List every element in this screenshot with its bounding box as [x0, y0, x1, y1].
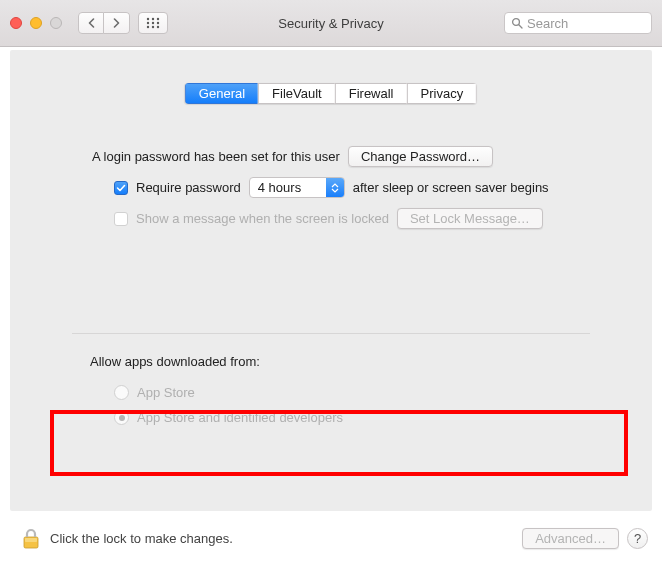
- back-button[interactable]: [78, 12, 104, 34]
- titlebar: Security & Privacy: [0, 0, 662, 47]
- window-controls: [10, 17, 62, 29]
- tab-filevault[interactable]: FileVault: [258, 83, 335, 104]
- require-password-delay-select[interactable]: 4 hours: [249, 177, 345, 198]
- tab-privacy[interactable]: Privacy: [407, 83, 478, 104]
- zoom-window-button: [50, 17, 62, 29]
- nav-back-forward: [78, 12, 130, 34]
- chevron-right-icon: [112, 18, 121, 28]
- show-lock-message-label: Show a message when the screen is locked: [136, 211, 389, 226]
- allow-apps-option-appstore: App Store: [114, 385, 590, 400]
- require-password-checkbox[interactable]: [114, 181, 128, 195]
- tabs: General FileVault Firewall Privacy: [185, 83, 477, 104]
- divider: [72, 333, 590, 334]
- login-password-text: A login password has been set for this u…: [92, 149, 340, 164]
- radio-appstore: [114, 385, 129, 400]
- check-icon: [116, 183, 126, 193]
- svg-point-7: [152, 26, 154, 28]
- minimize-window-button[interactable]: [30, 17, 42, 29]
- footer: Click the lock to make changes. Advanced…: [0, 511, 662, 566]
- lock-text: Click the lock to make changes.: [50, 531, 233, 546]
- tab-firewall[interactable]: Firewall: [335, 83, 407, 104]
- set-lock-message-button: Set Lock Message…: [397, 208, 543, 229]
- svg-point-4: [152, 22, 154, 24]
- forward-button[interactable]: [104, 12, 130, 34]
- highlight-box: [50, 410, 628, 476]
- svg-rect-12: [25, 538, 37, 542]
- window: Security & Privacy General FileVault Fir…: [0, 0, 662, 568]
- svg-point-8: [157, 26, 159, 28]
- select-stepper-icon: [326, 178, 344, 197]
- close-window-button[interactable]: [10, 17, 22, 29]
- search-field[interactable]: [504, 12, 652, 34]
- allow-apps-option-appstore-label: App Store: [137, 385, 195, 400]
- allow-apps-heading: Allow apps downloaded from:: [90, 354, 590, 369]
- svg-point-2: [157, 18, 159, 20]
- require-password-post: after sleep or screen saver begins: [353, 180, 549, 195]
- svg-point-1: [152, 18, 154, 20]
- svg-point-3: [147, 22, 149, 24]
- search-icon: [511, 17, 523, 29]
- require-password-pre: Require password: [136, 180, 241, 195]
- show-all-button[interactable]: [138, 12, 168, 34]
- show-lock-message-checkbox: [114, 212, 128, 226]
- help-button[interactable]: ?: [627, 528, 648, 549]
- svg-point-6: [147, 26, 149, 28]
- chevron-left-icon: [87, 18, 96, 28]
- svg-point-0: [147, 18, 149, 20]
- svg-line-10: [519, 25, 522, 28]
- require-password-delay-value: 4 hours: [258, 180, 318, 195]
- search-input[interactable]: [527, 16, 645, 31]
- general-panel: A login password has been set for this u…: [10, 86, 652, 425]
- content-panel: General FileVault Firewall Privacy A log…: [10, 50, 652, 511]
- tab-general[interactable]: General: [185, 83, 258, 104]
- lock-icon[interactable]: [22, 528, 40, 550]
- change-password-button[interactable]: Change Password…: [348, 146, 493, 167]
- grid-icon: [146, 17, 160, 29]
- svg-point-5: [157, 22, 159, 24]
- advanced-button: Advanced…: [522, 528, 619, 549]
